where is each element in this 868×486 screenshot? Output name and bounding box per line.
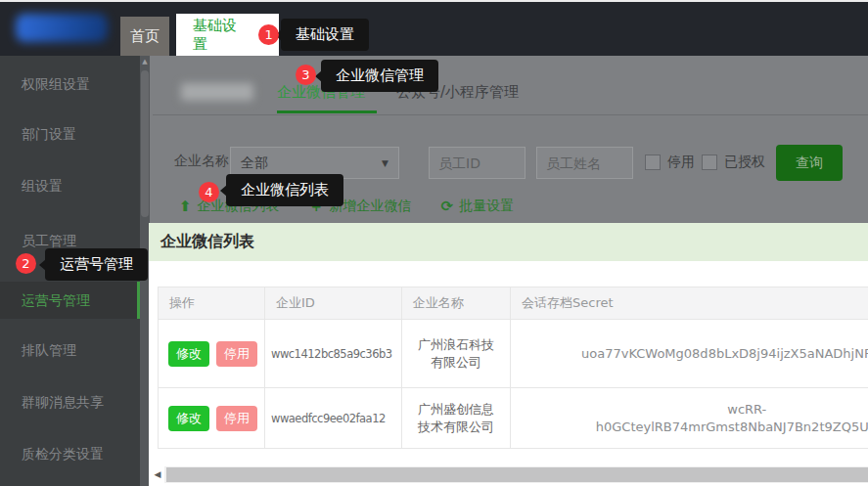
sidebar-item-group-chat-sharing[interactable]: 群聊消息共享 (0, 382, 147, 421)
horizontal-scrollbar-thumb[interactable] (166, 467, 868, 482)
scroll-left-icon[interactable]: ◀ (151, 466, 164, 483)
search-button[interactable]: 查询 (776, 145, 843, 181)
upload-icon: ⬆ (179, 199, 192, 214)
guide-step-1-badge: 1 (258, 24, 279, 45)
corp-id-cell: wwaedfcc9ee02faa12 (264, 388, 401, 449)
disabled-checkbox-label: 停用 (667, 154, 695, 171)
table-row: 修改停用wwaedfcc9ee02faa12广州盛创信息技术有限公司wcRR-h… (159, 388, 868, 449)
col-header-actions: 操作 (159, 287, 265, 320)
screen: 首页 基础设置 1 基础设置 权限组设置 部门设置 组设置 员工管理 运营号管理… (0, 0, 868, 486)
archive-secret-cell: uoa77vKCWoMg08d8bLxD8j94ijzX5aNADhjNF_eE… (511, 320, 868, 388)
actions-cell: 修改停用 (159, 388, 265, 449)
sidebar-scrollbar-thumb[interactable] (141, 70, 149, 217)
guide-tooltip-settings-text: 基础设置 (296, 25, 354, 43)
guide-tooltip-settings: 基础设置 (281, 19, 369, 51)
archive-secret-cell: wcRR-h0GCteylRB74mrGmst8NbaNJ7Bn2t9ZQ5UF… (511, 388, 868, 449)
sidebar-item-queue[interactable]: 排队管理 (0, 331, 147, 370)
panel-header: 企业微信列表 (149, 223, 868, 261)
corp-name-cell: 广州浪石科技有限公司 (401, 320, 510, 388)
topbar: 首页 基础设置 1 基础设置 (0, 0, 868, 56)
disabled-checkbox[interactable] (645, 155, 661, 170)
authorized-checkbox[interactable] (702, 155, 717, 170)
guide-tooltip-wecom-management-text: 企业微信管理 (336, 66, 424, 84)
edit-button[interactable]: 修改 (168, 406, 209, 431)
scroll-up-icon[interactable]: ▲ (140, 56, 150, 68)
top-edge-strip (0, 0, 868, 2)
refresh-icon: ⟳ (441, 199, 454, 214)
nav-settings-label: 基础设置 (193, 17, 251, 54)
sidebar-item-qc-categories[interactable]: 质检分类设置 (0, 434, 147, 473)
corp-table-wrap: 操作 企业ID 企业名称 会话存档Secret 通 修改停用wwc1412bc8… (158, 287, 868, 449)
sidebar-item-operation-accounts[interactable]: 运营号管理 (0, 282, 147, 319)
col-header-corp-name: 企业名称 (401, 287, 510, 320)
guide-tooltip-operation-accounts-text: 运营号管理 (60, 255, 133, 273)
authorized-checkbox-label: 已授权 (724, 154, 765, 171)
employee-name-input[interactable] (536, 147, 633, 179)
batch-setting-button-label: 批量设置 (459, 198, 514, 215)
disable-button[interactable]: 停用 (216, 406, 257, 431)
guide-step-3-badge: 3 (296, 65, 316, 85)
actions-cell: 修改停用 (159, 320, 265, 388)
tooltip-arrow-icon (39, 259, 46, 271)
guide-tooltip-operation-accounts: 运营号管理 (45, 248, 148, 281)
company-name-label: 企业名称 (174, 153, 229, 170)
employee-id-input[interactable] (429, 147, 525, 179)
sidebar-item-groups[interactable]: 组设置 (0, 166, 147, 205)
guide-tooltip-wecom-list: 企业微信列表 (226, 174, 343, 206)
chevron-down-icon: ▼ (382, 158, 388, 168)
tooltip-arrow-icon (315, 70, 322, 82)
wecom-list-panel: 企业微信列表 操作 企业ID 企业名称 会话存档Secret 通 修改停用w (149, 223, 868, 486)
guide-tooltip-wecom-management: 企业微信管理 (321, 60, 438, 92)
redacted-tab (181, 83, 253, 101)
guide-step-2-badge: 2 (16, 253, 36, 274)
guide-tooltip-wecom-list-text: 企业微信列表 (241, 181, 329, 199)
tabs-divider (153, 114, 868, 115)
batch-setting-button[interactable]: ⟳ 批量设置 (441, 198, 515, 215)
disable-button[interactable]: 停用 (216, 341, 257, 367)
horizontal-scrollbar[interactable]: ◀ (149, 466, 868, 483)
active-tab-underline (277, 110, 377, 113)
corp-table-body: 修改停用wwc1412bc85a9c36b3广州浪石科技有限公司uoa77vKC… (159, 320, 868, 449)
sidebar-item-departments[interactable]: 部门设置 (0, 114, 147, 154)
corp-table: 操作 企业ID 企业名称 会话存档Secret 通 修改停用wwc1412bc8… (158, 287, 868, 449)
panel-title: 企业微信列表 (160, 232, 254, 252)
table-row: 修改停用wwc1412bc85a9c36b3广州浪石科技有限公司uoa77vKC… (159, 320, 868, 388)
sidebar-item-permission-groups[interactable]: 权限组设置 (0, 65, 147, 104)
corp-id-cell: wwc1412bc85a9c36b3 (264, 320, 401, 388)
col-header-corp-id: 企业ID (264, 287, 401, 320)
company-select-value: 全部 (241, 155, 382, 172)
app-logo (16, 14, 108, 42)
edit-button[interactable]: 修改 (168, 341, 209, 367)
guide-step-4-badge: 4 (199, 182, 219, 202)
nav-settings-tab[interactable]: 基础设置 1 (176, 14, 279, 56)
corp-name-cell: 广州盛创信息技术有限公司 (401, 388, 510, 449)
main-content: 企业微信管理 公众号/小程序管理 3 企业微信管理 企业名称 全部 ▼ 停用 已… (147, 56, 868, 486)
nav-home-tab[interactable]: 首页 (120, 17, 169, 56)
col-header-archive-secret: 会话存档Secret (511, 287, 868, 320)
table-header-row: 操作 企业ID 企业名称 会话存档Secret 通 (159, 287, 868, 320)
tooltip-arrow-icon (220, 185, 227, 197)
